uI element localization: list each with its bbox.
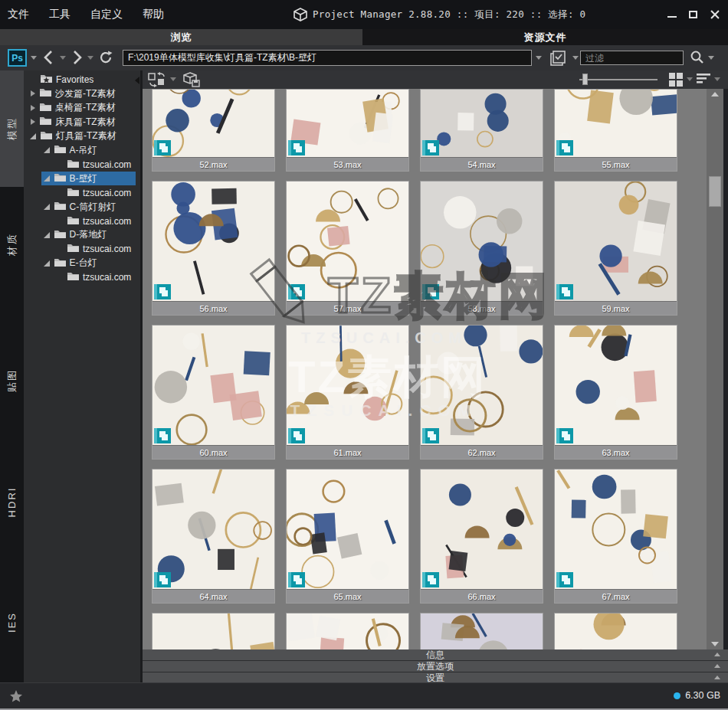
sidebar-collapse-icon[interactable] xyxy=(135,77,139,84)
menu-item-1[interactable]: 工具 xyxy=(49,8,71,21)
thumbnail-cell[interactable]: 63.max xyxy=(554,325,677,460)
panel-bar-信息[interactable]: 信息 xyxy=(143,649,728,660)
tree-expanded-arrow-icon[interactable] xyxy=(44,257,51,270)
tree-expanded-arrow-icon[interactable] xyxy=(30,129,37,143)
category-tab-HDRI[interactable]: HDRI xyxy=(0,444,24,559)
maximize-button[interactable] xyxy=(688,9,699,20)
replace-options-caret-icon[interactable] xyxy=(170,77,176,81)
thumbnail-cell[interactable]: 65.max xyxy=(286,469,409,604)
thumbnail-image xyxy=(287,90,408,157)
thumbnail-cell[interactable]: 58.max xyxy=(420,181,543,316)
back-button[interactable] xyxy=(41,50,57,65)
tree-item-灯具篇-TZ素材[interactable]: 灯具篇-TZ素材 xyxy=(24,129,140,143)
thumbnail-cell[interactable]: 60.max xyxy=(152,325,275,460)
thumbnail-cell[interactable] xyxy=(554,613,677,649)
refresh-button[interactable] xyxy=(98,50,113,65)
tree-expanded-arrow-icon[interactable] xyxy=(44,172,51,185)
favorite-star-icon[interactable] xyxy=(9,689,23,703)
search-icon[interactable] xyxy=(690,50,704,64)
replace-model-button[interactable] xyxy=(147,72,167,87)
thumbnail-cell[interactable]: 53.max xyxy=(286,89,409,172)
search-options-caret-icon[interactable] xyxy=(708,56,714,60)
tree-expanded-arrow-icon[interactable] xyxy=(44,228,51,242)
tree-item-A-吊灯[interactable]: A-吊灯 xyxy=(24,143,140,157)
category-tab-贴图[interactable]: 贴图 xyxy=(0,323,24,438)
tree-item-tzsucai.com[interactable]: tzsucai.com xyxy=(24,186,140,200)
thumbnail-size-slider-handle[interactable] xyxy=(582,74,588,85)
panel-bar-设置[interactable]: 设置 xyxy=(143,672,728,683)
tree-item-tzsucai.com[interactable]: tzsucai.com xyxy=(24,242,140,256)
tree-item-Favorites[interactable]: Favorites xyxy=(24,73,140,87)
thumbnail-cell[interactable]: 62.max xyxy=(420,325,543,460)
thumbnail-cell[interactable]: 52.max xyxy=(152,89,275,172)
thumbnail-size-slider[interactable] xyxy=(579,79,657,80)
menu-item-2[interactable]: 自定义 xyxy=(90,8,123,21)
thumbnail-cell[interactable]: 67.max xyxy=(554,469,677,604)
tab-browse[interactable]: 浏览 xyxy=(0,29,362,45)
panel-expand-caret-icon[interactable] xyxy=(714,676,720,679)
filter-input[interactable] xyxy=(580,51,684,65)
tree-collapsed-arrow-icon[interactable] xyxy=(30,87,36,100)
merge-save-button[interactable] xyxy=(182,72,201,87)
navigation-bar: Ps xyxy=(0,45,728,70)
tree-item-C-筒灯射灯[interactable]: C-筒灯射灯 xyxy=(24,200,140,214)
forward-history-caret-icon[interactable] xyxy=(87,56,93,60)
tree-item-B-壁灯[interactable]: B-壁灯 xyxy=(24,172,140,185)
saved-searches-button[interactable] xyxy=(549,49,569,67)
close-button[interactable] xyxy=(710,9,720,20)
tree-item-label: 灯具篇-TZ素材 xyxy=(56,129,116,142)
thumbnail-cell[interactable]: 54.max xyxy=(420,89,543,172)
tab-asset-files[interactable]: 资源文件 xyxy=(362,29,728,45)
sort-button[interactable] xyxy=(696,73,711,87)
storage-dot-icon xyxy=(674,692,680,699)
address-input[interactable] xyxy=(123,50,532,66)
thumbnail-cell[interactable] xyxy=(286,613,409,649)
thumbnail-cell[interactable]: 59.max xyxy=(554,181,677,316)
ps-preview-button[interactable]: Ps xyxy=(8,49,27,67)
minimize-button[interactable] xyxy=(667,9,677,20)
scroll-down-icon[interactable] xyxy=(707,639,723,649)
vertical-scrollbar[interactable] xyxy=(707,89,723,649)
category-tab-材质[interactable]: 材质 xyxy=(0,187,24,302)
menu-item-3[interactable]: 帮助 xyxy=(143,8,164,21)
thumbnail-cell[interactable] xyxy=(420,613,543,649)
folder-icon xyxy=(39,115,52,129)
sort-caret-icon[interactable] xyxy=(714,77,720,81)
tree-item-D-落地灯[interactable]: D-落地灯 xyxy=(24,228,140,242)
thumbnail-cell[interactable] xyxy=(152,613,275,649)
tree-item-tzsucai.com[interactable]: tzsucai.com xyxy=(24,270,140,284)
thumbnail-cell[interactable]: 55.max xyxy=(554,89,677,172)
saved-searches-caret-icon[interactable] xyxy=(572,56,579,60)
panel-bar-放置选项[interactable]: 放置选项 xyxy=(143,661,728,672)
forward-button[interactable] xyxy=(69,50,84,65)
tree-collapsed-arrow-icon[interactable] xyxy=(30,101,36,115)
view-mode-grid-button[interactable] xyxy=(668,72,684,87)
max-badge-icon xyxy=(422,572,439,587)
menu-item-0[interactable]: 文件 xyxy=(8,8,29,21)
thumbnail-cell[interactable]: 57.max xyxy=(286,181,409,316)
tree-item-tzsucai.com[interactable]: tzsucai.com xyxy=(24,158,140,172)
category-tab-模型[interactable]: 模型 xyxy=(0,70,24,187)
tree-item-桌椅篇-TZ素材[interactable]: 桌椅篇-TZ素材 xyxy=(24,101,140,115)
panel-expand-caret-icon[interactable] xyxy=(714,653,720,656)
thumbnail-cell[interactable]: 61.max xyxy=(286,325,409,460)
tree-item-床具篇-TZ素材[interactable]: 床具篇-TZ素材 xyxy=(24,115,140,129)
back-history-caret-icon[interactable] xyxy=(60,56,66,60)
category-tab-IES[interactable]: IES xyxy=(0,564,24,679)
panel-expand-caret-icon[interactable] xyxy=(714,664,720,668)
view-mode-caret-icon[interactable] xyxy=(687,77,693,81)
tree-collapsed-arrow-icon[interactable] xyxy=(30,115,36,129)
thumbnail-cell[interactable]: 66.max xyxy=(420,469,543,604)
tree-item-E-台灯[interactable]: E-台灯 xyxy=(24,257,140,270)
tree-item-沙发篇-TZ素材[interactable]: 沙发篇-TZ素材 xyxy=(24,87,140,100)
ps-dropdown-caret-icon[interactable] xyxy=(31,56,37,60)
scroll-up-icon[interactable] xyxy=(707,89,723,100)
tree-item-tzsucai.com[interactable]: tzsucai.com xyxy=(24,214,140,228)
thumbnail-label: 54.max xyxy=(421,157,543,171)
tree-expanded-arrow-icon[interactable] xyxy=(44,143,51,157)
tree-expanded-arrow-icon[interactable] xyxy=(44,200,51,214)
thumbnail-cell[interactable]: 56.max xyxy=(152,181,275,316)
address-dropdown-caret-icon[interactable] xyxy=(536,56,542,60)
scrollbar-handle[interactable] xyxy=(709,176,721,207)
thumbnail-cell[interactable]: 64.max xyxy=(152,469,275,604)
